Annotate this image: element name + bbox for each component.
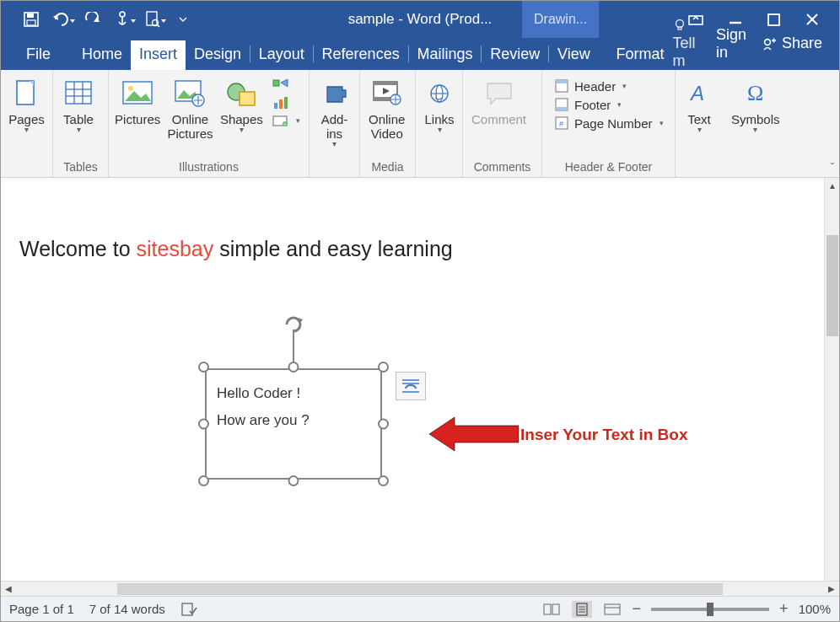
collapse-ribbon-button[interactable]: ˇ [831, 161, 834, 174]
redo-button[interactable] [77, 1, 107, 38]
web-layout-icon [604, 603, 621, 616]
svg-text:+: + [284, 121, 287, 126]
links-button[interactable]: Links▾ [419, 73, 460, 134]
tab-references[interactable]: References [314, 40, 408, 70]
tab-file[interactable]: File [18, 40, 59, 70]
text-button[interactable]: A Text▾ [679, 73, 719, 134]
smartart-button[interactable] [267, 75, 305, 94]
zoom-slider[interactable] [651, 608, 769, 611]
horizontal-scroll-thumb[interactable] [117, 583, 723, 595]
table-icon [65, 81, 92, 106]
sign-in-button[interactable]: Sign in [716, 26, 746, 62]
svg-point-14 [765, 39, 771, 45]
footer-button[interactable]: Footer▾ [549, 95, 669, 114]
save-button[interactable] [16, 1, 46, 38]
group-addins: Add- ins▾ [310, 70, 360, 177]
zoom-out-button[interactable]: − [633, 600, 642, 618]
svg-rect-13 [678, 27, 681, 29]
word-count[interactable]: 7 of 14 words [89, 602, 165, 616]
share-icon [762, 36, 777, 51]
link-icon [428, 83, 451, 105]
pages-button[interactable]: Pages▾ [4, 73, 49, 134]
resize-handle-se[interactable] [378, 475, 389, 486]
online-pictures-button[interactable]: Online Pictures [164, 73, 215, 141]
print-preview-button[interactable] [137, 1, 168, 38]
resize-handle-ne[interactable] [378, 362, 389, 373]
quick-access-toolbar [1, 1, 198, 38]
redo-icon [83, 12, 100, 27]
tab-mailings[interactable]: Mailings [408, 40, 481, 70]
text-box[interactable]: Hello Coder ! How are you ? [205, 368, 382, 480]
addins-button[interactable]: Add- ins▾ [313, 73, 356, 148]
tab-view[interactable]: View [549, 40, 599, 70]
svg-point-3 [120, 12, 125, 17]
callout-arrow-icon [429, 417, 519, 451]
tab-home[interactable]: Home [73, 40, 131, 70]
resize-handle-w[interactable] [198, 419, 209, 430]
illustrations-small-stack: +▾ [267, 73, 305, 129]
read-mode-button[interactable] [541, 601, 562, 618]
resize-handle-s[interactable] [288, 475, 299, 486]
text-box-icon: A [687, 82, 711, 105]
group-illustrations: Pictures Online Pictures Shapes▾ +▾ Illu… [109, 70, 310, 177]
share-button[interactable]: Share [762, 35, 822, 52]
resize-handle-e[interactable] [378, 419, 389, 430]
svg-rect-28 [240, 92, 255, 105]
tab-insert[interactable]: Insert [131, 40, 186, 70]
web-layout-button[interactable] [602, 601, 622, 618]
undo-button[interactable] [46, 1, 77, 38]
group-comments: Comment Comments [463, 70, 542, 177]
page-number-button[interactable]: #Page Number▾ [549, 114, 669, 132]
vertical-scrollbar[interactable]: ▲ [824, 178, 839, 581]
spellcheck-button[interactable] [180, 602, 197, 617]
qat-customize-button[interactable] [168, 1, 198, 38]
online-video-button[interactable]: Online Video [363, 73, 410, 141]
table-button[interactable]: Table▾ [57, 73, 100, 134]
video-icon [373, 81, 401, 106]
ribbon: Pages▾ Table▾ Tables Pictures [1, 70, 839, 178]
layout-options-icon [401, 377, 421, 395]
touch-mode-button[interactable] [107, 1, 137, 38]
resize-handle-n[interactable] [288, 362, 299, 373]
screenshot-button[interactable]: +▾ [267, 112, 305, 129]
svg-rect-1 [27, 13, 34, 18]
print-layout-button[interactable] [572, 601, 592, 618]
chart-icon [272, 95, 289, 110]
addins-icon [322, 82, 347, 105]
svg-text:#: # [559, 120, 563, 128]
lightbulb-icon [673, 19, 687, 32]
header-button[interactable]: Header▾ [549, 77, 669, 95]
tell-me-box[interactable]: Tell m [673, 17, 701, 70]
layout-options-button[interactable] [396, 372, 426, 400]
svg-rect-57 [552, 604, 559, 614]
picture-icon [122, 81, 153, 106]
tab-format[interactable]: Format [607, 40, 672, 70]
text-box-content[interactable]: Hello Coder ! How are you ? [217, 380, 374, 435]
rotate-handle[interactable] [283, 314, 304, 335]
page-indicator[interactable]: Page 1 of 1 [9, 602, 74, 616]
tab-layout[interactable]: Layout [250, 40, 313, 70]
vertical-scroll-thumb[interactable] [827, 235, 838, 336]
resize-handle-nw[interactable] [198, 362, 209, 373]
svg-rect-62 [605, 604, 620, 614]
svg-line-6 [158, 25, 160, 28]
zoom-level[interactable]: 100% [799, 602, 831, 616]
svg-rect-48 [556, 107, 568, 110]
horizontal-scrollbar[interactable]: ◀ ▶ [1, 581, 839, 596]
symbols-button[interactable]: Ω Symbols▾ [726, 73, 785, 134]
pictures-button[interactable]: Pictures [112, 73, 163, 126]
tab-design[interactable]: Design [186, 40, 250, 70]
shapes-button[interactable]: Shapes▾ [218, 73, 266, 134]
spellcheck-icon [180, 602, 197, 617]
undo-icon [52, 13, 71, 26]
resize-handle-sw[interactable] [198, 475, 209, 486]
chart-button[interactable] [267, 94, 305, 112]
tab-review[interactable]: Review [482, 40, 548, 70]
omega-icon: Ω [747, 81, 763, 106]
svg-rect-18 [66, 82, 91, 104]
online-pictures-icon [175, 80, 205, 107]
svg-point-12 [676, 20, 683, 28]
print-layout-icon [574, 603, 590, 616]
svg-rect-30 [274, 103, 277, 109]
zoom-in-button[interactable]: + [779, 600, 789, 618]
